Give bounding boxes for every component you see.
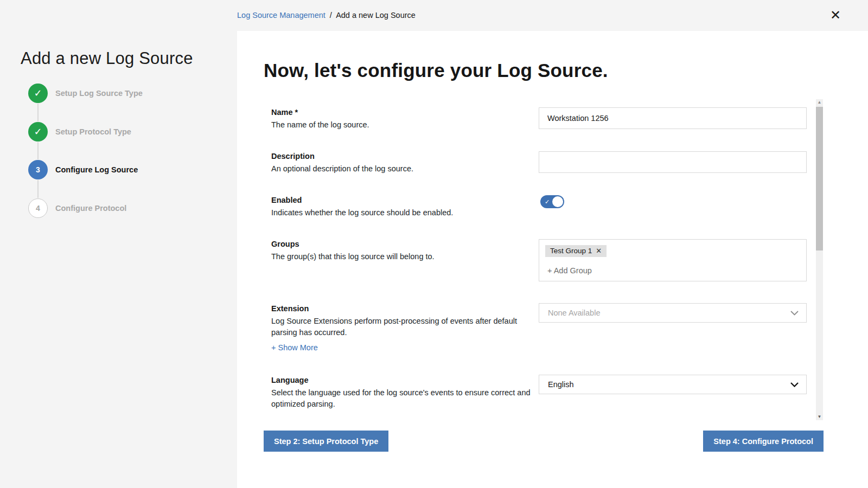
enabled-label: Enabled bbox=[271, 196, 532, 204]
remove-tag-icon[interactable]: ✕ bbox=[596, 247, 602, 255]
breadcrumb-current: Add a new Log Source bbox=[336, 11, 416, 20]
step-2-label[interactable]: Setup Protocol Type bbox=[55, 127, 131, 136]
extension-dropdown-value: None Available bbox=[548, 309, 600, 317]
description-label: Description bbox=[271, 152, 532, 160]
group-tag: Test Group 1✕ bbox=[545, 245, 607, 257]
group-tag-label: Test Group 1 bbox=[550, 247, 592, 255]
extension-label: Extension bbox=[271, 304, 532, 313]
name-label: Name * bbox=[271, 108, 532, 117]
scroll-down-arrow-icon[interactable]: ▼ bbox=[816, 414, 823, 420]
vertical-scrollbar[interactable]: ▲ ▼ bbox=[816, 99, 823, 420]
scroll-up-arrow-icon[interactable]: ▲ bbox=[816, 100, 823, 105]
add-group-button[interactable]: + Add Group bbox=[547, 266, 592, 275]
step-4-next-button[interactable]: Step 4: Configure Protocol bbox=[703, 431, 824, 452]
wizard-title: Add a new Log Source bbox=[21, 49, 193, 68]
breadcrumb-link-log-source-management[interactable]: Log Source Management bbox=[237, 11, 326, 20]
step-number: 3 bbox=[28, 160, 48, 179]
step-connector bbox=[37, 142, 39, 159]
close-icon: ✕ bbox=[830, 8, 841, 22]
breadcrumb: Log Source Management / Add a new Log So… bbox=[237, 0, 416, 31]
enabled-description: Indicates whether the log source should … bbox=[271, 207, 532, 219]
language-dropdown-value: English bbox=[548, 380, 574, 389]
step-4-label[interactable]: Configure Protocol bbox=[55, 204, 126, 213]
chevron-down-icon bbox=[790, 382, 799, 387]
page-title: Now, let's configure your Log Source. bbox=[264, 60, 608, 81]
show-more-link[interactable]: + Show More bbox=[271, 343, 318, 352]
wizard-sidebar: Add a new Log Source ✓ Setup Log Source … bbox=[0, 31, 237, 488]
check-icon: ✓ bbox=[34, 126, 42, 137]
step-4-indicator[interactable]: 4 bbox=[28, 198, 48, 218]
description-input[interactable] bbox=[539, 151, 807, 173]
language-description: Select the language used for the log sou… bbox=[271, 387, 532, 410]
groups-description: The group(s) that this log source will b… bbox=[271, 251, 532, 262]
step-1-indicator[interactable]: ✓ bbox=[28, 84, 48, 103]
enabled-toggle[interactable]: ✓ bbox=[540, 195, 564, 208]
close-button[interactable]: ✕ bbox=[827, 7, 844, 24]
check-icon: ✓ bbox=[34, 88, 42, 99]
header: Log Source Management / Add a new Log So… bbox=[0, 0, 868, 31]
extension-description: Log Source Extensions perform post-proce… bbox=[271, 316, 532, 338]
check-icon: ✓ bbox=[545, 195, 550, 208]
language-dropdown[interactable]: English bbox=[539, 375, 807, 394]
description-description: An optional description of the log sourc… bbox=[271, 163, 532, 175]
chevron-down-icon bbox=[790, 311, 799, 316]
step-1-label[interactable]: Setup Log Source Type bbox=[55, 89, 143, 98]
groups-field[interactable]: Test Group 1✕ + Add Group bbox=[539, 239, 807, 281]
step-number: 4 bbox=[29, 199, 47, 217]
step-connector bbox=[37, 104, 39, 121]
step-2-back-button[interactable]: Step 2: Setup Protocol Type bbox=[264, 431, 388, 452]
step-3-label[interactable]: Configure Log Source bbox=[55, 165, 138, 174]
language-label: Language bbox=[271, 376, 532, 384]
add-log-source-wizard: Log Source Management / Add a new Log So… bbox=[0, 0, 868, 488]
name-input[interactable] bbox=[539, 107, 807, 129]
scrollbar-thumb[interactable] bbox=[816, 107, 823, 251]
step-2-indicator[interactable]: ✓ bbox=[28, 122, 48, 142]
name-description: The name of the log source. bbox=[271, 119, 532, 131]
step-3-indicator[interactable]: 3 bbox=[28, 160, 48, 179]
breadcrumb-separator: / bbox=[330, 11, 332, 20]
groups-label: Groups bbox=[271, 240, 532, 248]
step-connector bbox=[37, 180, 39, 198]
toggle-knob bbox=[552, 196, 563, 207]
extension-dropdown[interactable]: None Available bbox=[539, 303, 807, 323]
